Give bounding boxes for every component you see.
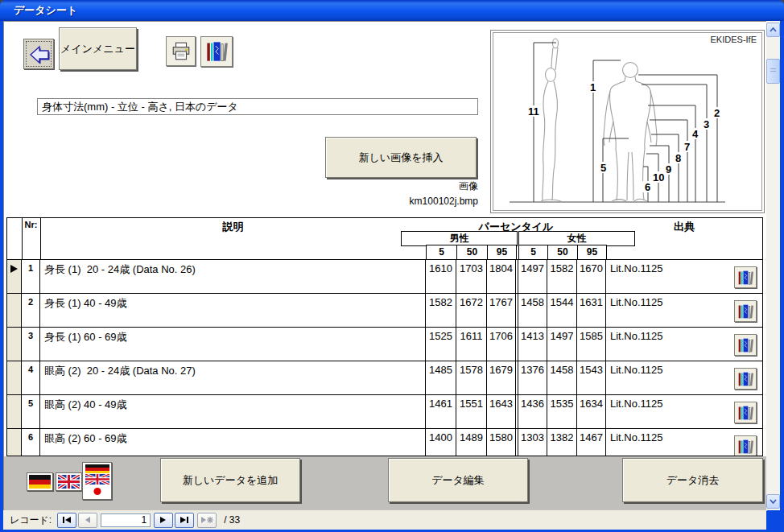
table-body: 1 身長 (1) 20 - 24歳 (Data No. 26) 1610 170… xyxy=(7,260,762,456)
header-male-p5: 5 xyxy=(426,245,457,260)
cell-male-p5[interactable]: 1525 xyxy=(426,328,456,361)
cell-female-p95[interactable]: 1467 xyxy=(577,429,606,456)
current-record-marker xyxy=(10,265,18,273)
source-text: Lit.No.1125 xyxy=(610,262,663,274)
chevron-up-icon xyxy=(770,27,777,32)
source-text: Lit.No.1125 xyxy=(610,330,663,342)
cell-male-p50[interactable]: 1611 xyxy=(456,328,487,361)
cell-male-p5[interactable]: 1485 xyxy=(426,361,456,395)
source-literature-button[interactable] xyxy=(734,334,757,356)
source-literature-button[interactable] xyxy=(734,402,757,423)
delete-data-label: データ消去 xyxy=(666,473,720,488)
cell-source: Lit.No.1125 xyxy=(606,395,762,429)
cell-description[interactable]: 身長 (1) 60 - 69歳 xyxy=(40,328,426,361)
image-caption: 画像 xyxy=(317,179,478,193)
data-table: Nr: 説明 パーセンタイル 出典 男性 女性 5 50 95 5 50 95 … xyxy=(6,217,763,456)
cell-male-p5[interactable]: 1461 xyxy=(426,395,456,429)
record-selector[interactable] xyxy=(7,361,22,395)
cell-female-p50[interactable]: 1582 xyxy=(547,260,577,294)
cell-male-p5[interactable]: 1610 xyxy=(426,260,456,294)
cell-description[interactable]: 身長 (1) 40 - 49歳 xyxy=(40,294,426,328)
edit-data-label: データ編集 xyxy=(431,473,485,488)
window: データシート メインメニュー xyxy=(0,0,784,532)
main-menu-label: メインメニュー xyxy=(60,42,135,56)
cell-female-p5[interactable]: 1376 xyxy=(518,361,547,395)
record-new-button xyxy=(197,513,217,528)
source-literature-button[interactable] xyxy=(734,266,757,288)
cell-female-p5[interactable]: 1303 xyxy=(518,429,547,456)
scroll-up-button[interactable] xyxy=(766,23,780,37)
source-literature-button[interactable] xyxy=(734,368,757,390)
cell-female-p50[interactable]: 1458 xyxy=(547,361,577,395)
image-filename: km100102j.bmp xyxy=(317,196,478,207)
insert-image-button[interactable]: 新しい画像を挿入 xyxy=(325,137,477,178)
edit-data-button[interactable]: データ編集 xyxy=(388,458,528,502)
cell-description[interactable]: 眼高 (2) 60 - 69歳 xyxy=(40,429,426,456)
source-text: Lit.No.1125 xyxy=(610,364,663,376)
cell-female-p5[interactable]: 1497 xyxy=(518,260,547,294)
cell-female-p95[interactable]: 1543 xyxy=(577,361,606,395)
record-number-input[interactable] xyxy=(101,513,151,527)
cell-female-p5[interactable]: 1458 xyxy=(518,294,547,328)
scrollbar-thumb[interactable] xyxy=(766,59,780,84)
record-selector[interactable] xyxy=(7,328,22,361)
figure-panel: EKIDES-IfE xyxy=(490,30,765,213)
figure-label-2: 2 xyxy=(714,107,720,119)
cell-male-p50[interactable]: 1703 xyxy=(456,260,487,294)
figure-label-8: 8 xyxy=(675,152,681,164)
cell-female-p95[interactable]: 1670 xyxy=(577,260,606,294)
literature-button[interactable] xyxy=(200,36,233,67)
back-button[interactable] xyxy=(23,39,54,69)
cell-nr: 4 xyxy=(22,361,40,395)
add-data-button[interactable]: 新しいデータを追加 xyxy=(160,458,300,502)
cell-female-p5[interactable]: 1436 xyxy=(518,395,547,429)
table-row: 2 身長 (1) 40 - 49歳 1582 1672 1767 1458 15… xyxy=(7,294,762,328)
cell-female-p5[interactable]: 1413 xyxy=(518,328,547,361)
sheet-title-input[interactable] xyxy=(37,98,478,115)
books-icon xyxy=(737,303,753,320)
record-last-button[interactable] xyxy=(175,513,194,528)
print-button[interactable] xyxy=(166,36,196,66)
cell-description[interactable]: 眼高 (2) 40 - 49歳 xyxy=(40,395,426,429)
books-icon xyxy=(737,371,753,387)
source-literature-button[interactable] xyxy=(734,435,757,456)
record-next-button[interactable] xyxy=(154,513,173,528)
header-nr: Nr: xyxy=(22,220,40,229)
language-german-button[interactable] xyxy=(27,472,53,491)
cell-male-p5[interactable]: 1400 xyxy=(426,429,456,456)
uk-flag-small-icon xyxy=(85,474,109,485)
title-bar[interactable]: データシート xyxy=(0,0,784,21)
table-row: 1 身長 (1) 20 - 24歳 (Data No. 26) 1610 170… xyxy=(7,260,762,294)
source-literature-button[interactable] xyxy=(734,300,757,322)
record-selector[interactable] xyxy=(7,294,22,328)
scroll-down-button[interactable] xyxy=(766,494,780,509)
cell-male-p50[interactable]: 1489 xyxy=(456,429,487,456)
vertical-scrollbar[interactable] xyxy=(766,21,780,510)
main-menu-button[interactable]: メインメニュー xyxy=(59,27,137,70)
cell-source: Lit.No.1125 xyxy=(606,429,762,456)
cell-male-p5[interactable]: 1582 xyxy=(426,294,456,328)
cell-female-p50[interactable]: 1544 xyxy=(547,294,577,328)
language-english-button[interactable] xyxy=(56,472,82,491)
cell-female-p50[interactable]: 1382 xyxy=(547,429,577,456)
cell-female-p95[interactable]: 1631 xyxy=(577,294,606,328)
record-selector[interactable] xyxy=(7,429,22,456)
record-selector[interactable] xyxy=(7,395,22,429)
record-selector[interactable] xyxy=(7,260,22,294)
cell-nr: 5 xyxy=(22,395,40,429)
record-first-button[interactable] xyxy=(57,513,76,528)
cell-female-p95[interactable]: 1585 xyxy=(577,328,606,361)
figure-frame: EKIDES-IfE xyxy=(493,32,762,211)
cell-female-p95[interactable]: 1634 xyxy=(577,395,606,429)
delete-data-button[interactable]: データ消去 xyxy=(622,458,763,502)
cell-male-p50[interactable]: 1672 xyxy=(456,294,487,328)
cell-description[interactable]: 身長 (1) 20 - 24歳 (Data No. 26) xyxy=(40,260,426,294)
cell-female-p50[interactable]: 1497 xyxy=(547,328,577,361)
cell-male-p50[interactable]: 1551 xyxy=(456,395,487,429)
cell-female-p50[interactable]: 1535 xyxy=(547,395,577,429)
cell-description[interactable]: 眼高 (2) 20 - 24歳 (Data No. 27) xyxy=(40,361,426,395)
cell-male-p50[interactable]: 1578 xyxy=(456,361,487,395)
language-japanese-button[interactable] xyxy=(82,462,112,500)
figure-label-9: 9 xyxy=(666,163,671,175)
books-icon xyxy=(205,40,228,63)
